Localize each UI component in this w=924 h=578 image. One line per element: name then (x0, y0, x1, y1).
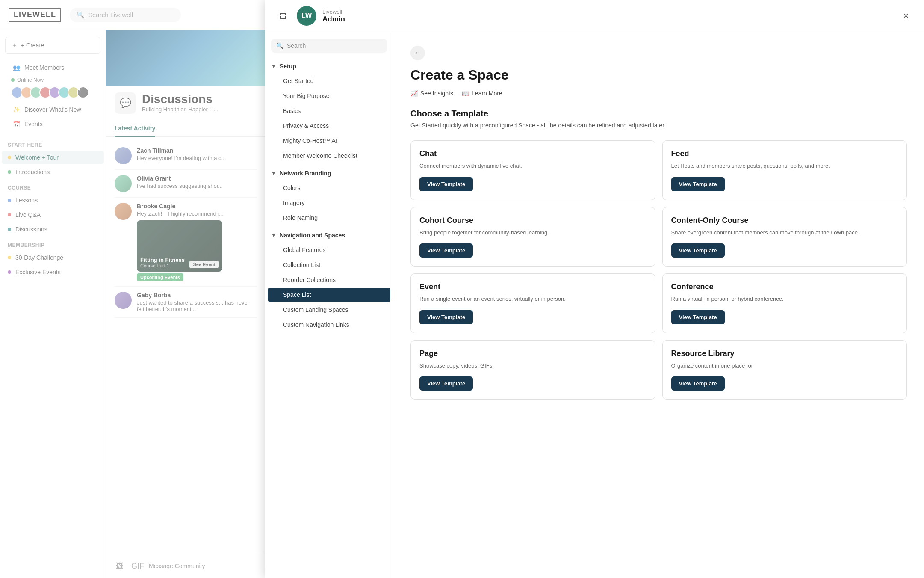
message-bar: 🖼 GIF (106, 554, 265, 578)
sidebar-item-discover[interactable]: ✨ Discover What's New (7, 103, 99, 116)
template-title: Event (419, 282, 647, 291)
view-template-button[interactable]: View Template (671, 243, 725, 258)
sidebar-item-discussions[interactable]: Discussions (2, 222, 104, 236)
nav-item-collection-list[interactable]: Collection List (268, 258, 390, 272)
nav-item-big-purpose[interactable]: Your Big Purpose (268, 89, 390, 103)
brand-info: Livewell Admin (322, 9, 345, 24)
template-desc: Share evergreen content that members can… (671, 228, 898, 237)
view-template-button[interactable]: View Template (419, 376, 473, 391)
search-icon: 🔍 (276, 42, 283, 49)
content-panel: ← Create a Space 📈 See Insights 📖 Learn … (393, 32, 924, 578)
view-template-button[interactable]: View Template (419, 310, 473, 324)
activity-text: Hey Zach!—I highly recommend j... (137, 210, 224, 217)
insights-icon: 📈 (410, 90, 418, 97)
image-card-subtitle: Course Part 1 (140, 263, 185, 268)
app-logo: LIVEWELL (9, 8, 61, 22)
sidebar-item-welcome-tour[interactable]: Welcome + Tour (2, 151, 104, 164)
activity-item: Brooke Cagle Hey Zach!—I highly recommen… (115, 198, 257, 287)
main-search[interactable]: 🔍 Search Livewell (70, 8, 181, 22)
tabs-row: Latest Activity (106, 121, 265, 137)
template-card-conference: Conference Run a virtual, in person, or … (662, 273, 907, 333)
image-upload-button[interactable]: 🖼 (113, 559, 127, 573)
activity-text: Hey everyone! I'm dealing with a c... (137, 155, 226, 161)
gif-button[interactable]: GIF (131, 559, 145, 573)
status-dot (8, 170, 11, 174)
learn-more-button[interactable]: 📖 Learn More (462, 90, 502, 97)
online-avatars: + (5, 85, 100, 102)
nav-item-custom-navigation-links[interactable]: Custom Navigation Links (268, 317, 390, 332)
view-template-button[interactable]: View Template (671, 177, 725, 191)
discussions-title: Discussions (142, 92, 218, 106)
sidebar-item-meet-members[interactable]: 👥 Meet Members (7, 61, 99, 74)
nav-panel: 🔍 Search ▼ Setup Get Started Your Big Pu… (265, 32, 393, 578)
activity-author: Olivia Grant (137, 175, 223, 182)
view-template-button[interactable]: View Template (671, 376, 725, 391)
template-desc: Run a single event or an event series, v… (419, 295, 647, 303)
view-template-button[interactable]: View Template (419, 177, 473, 191)
nav-item-role-naming[interactable]: Role Naming (268, 210, 390, 225)
create-button[interactable]: ＋ + Create (5, 37, 100, 54)
nav-item-member-welcome[interactable]: Member Welcome Checklist (268, 148, 390, 163)
expand-button[interactable] (275, 8, 291, 24)
avatar-more: + (77, 86, 89, 98)
sidebar-item-live-qa[interactable]: Live Q&A (2, 208, 104, 222)
template-title: Content-Only Course (671, 216, 898, 225)
nav-item-get-started[interactable]: Get Started (268, 74, 390, 88)
status-dot (8, 256, 11, 259)
main-content: 💬 Discussions Building Healthier, Happie… (106, 30, 265, 578)
brand-admin-title: Admin (322, 15, 345, 24)
template-card-content-only-course: Content-Only Course Share evergreen cont… (662, 207, 907, 267)
modal-close-button[interactable]: × (898, 8, 914, 24)
template-title: Feed (671, 149, 898, 158)
back-button[interactable]: ← (410, 46, 425, 60)
view-template-button[interactable]: View Template (671, 310, 725, 324)
brand-avatar: LW (297, 6, 316, 26)
nav-item-space-list[interactable]: Space List (268, 288, 390, 302)
template-card-chat: Chat Connect members with dynamic live c… (410, 140, 655, 200)
status-dot (8, 199, 11, 202)
template-desc: Let Hosts and members share posts, quest… (671, 162, 898, 170)
sidebar-item-lessons[interactable]: Lessons (2, 193, 104, 207)
template-desc: Bring people together for community-base… (419, 228, 647, 237)
template-card-cohort-course: Cohort Course Bring people together for … (410, 207, 655, 267)
chevron-down-icon: ▼ (271, 232, 276, 238)
status-dot (8, 228, 11, 231)
activity-item: Olivia Grant I've had success suggesting… (115, 170, 257, 198)
template-title: Conference (671, 282, 898, 291)
template-desc: Run a virtual, in person, or hybrid conf… (671, 295, 898, 303)
nav-search[interactable]: 🔍 Search (271, 39, 387, 53)
see-insights-button[interactable]: 📈 See Insights (410, 90, 453, 97)
see-event-button[interactable]: See Event (189, 261, 219, 268)
nav-item-reorder-collections[interactable]: Reorder Collections (268, 273, 390, 287)
sidebar-item-events[interactable]: 📅 Events (7, 117, 99, 131)
modal-body: 🔍 Search ▼ Setup Get Started Your Big Pu… (265, 32, 924, 578)
nav-section-navigation-spaces[interactable]: ▼ Navigation and Spaces (265, 228, 393, 242)
nav-item-basics[interactable]: Basics (268, 104, 390, 118)
tab-latest-activity[interactable]: Latest Activity (115, 121, 155, 137)
avatar (115, 175, 132, 192)
start-here-label: Start Here (0, 137, 106, 150)
sidebar-item-exclusive-events[interactable]: Exclusive Events (2, 265, 104, 279)
templates-grid: Chat Connect members with dynamic live c… (410, 140, 907, 400)
search-icon: 🔍 (77, 11, 85, 19)
nav-item-imagery[interactable]: Imagery (268, 196, 390, 210)
nav-item-colors[interactable]: Colors (268, 181, 390, 195)
nav-item-global-features[interactable]: Global Features (268, 243, 390, 257)
template-desc: Showcase copy, videos, GIFs, (419, 362, 647, 370)
sidebar-item-challenge[interactable]: 30-Day Challenge (2, 251, 104, 264)
nav-item-custom-landing-spaces[interactable]: Custom Landing Spaces (268, 302, 390, 317)
nav-item-privacy-access[interactable]: Privacy & Access (268, 119, 390, 133)
sidebar-item-introductions[interactable]: Introductions (2, 165, 104, 179)
upcoming-events-badge: Upcoming Events (137, 273, 183, 281)
view-template-button[interactable]: View Template (419, 243, 473, 258)
people-icon: 👥 (13, 64, 20, 71)
template-card-event: Event Run a single event or an event ser… (410, 273, 655, 333)
search-placeholder: Search Livewell (88, 11, 133, 18)
nav-section-setup[interactable]: ▼ Setup (265, 59, 393, 73)
plus-icon: ＋ (12, 41, 18, 49)
nav-section-network-branding[interactable]: ▼ Network Branding (265, 166, 393, 180)
message-input[interactable] (149, 563, 258, 569)
topbar: LIVEWELL 🔍 Search Livewell (0, 0, 265, 30)
nav-item-mighty-cohost[interactable]: Mighty Co-Host™ AI (268, 133, 390, 148)
network-branding-label: Network Branding (280, 170, 331, 177)
